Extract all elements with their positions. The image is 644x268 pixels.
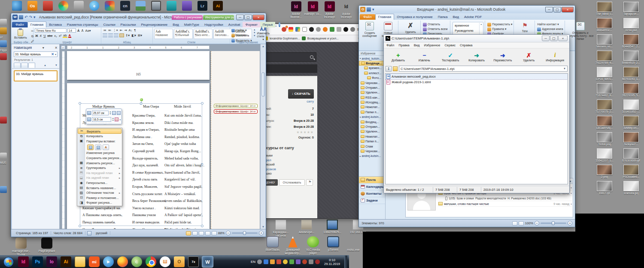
clear-search-icon[interactable]: ✕ xyxy=(50,52,55,56)
desktop-icon[interactable]: fuckyou2... xyxy=(618,132,644,146)
menu-item[interactable]: Правка xyxy=(398,43,409,47)
maximize-button[interactable]: ▢ xyxy=(553,7,561,12)
tray-icon[interactable] xyxy=(302,259,307,264)
tab-file[interactable]: Файл xyxy=(360,14,375,20)
borders-icon[interactable]: ⊞▾ xyxy=(137,33,143,37)
extension-icon[interactable] xyxy=(323,27,328,32)
desktop-icon[interactable]: The_blind_l... xyxy=(592,2,617,15)
folder-sent2[interactable]: Отправл... xyxy=(359,124,385,129)
change-case-icon[interactable]: Аа▾ xyxy=(85,29,91,33)
style-card[interactable]: АаБбВ Заголово... xyxy=(213,29,232,39)
find-button[interactable]: Найти ▾ xyxy=(231,28,263,32)
desktop-icon[interactable]: marriage.exe - Ярлык xyxy=(11,238,31,256)
menu-copy[interactable]: ⧉Копировать xyxy=(78,134,122,139)
tab-selector[interactable]: ⌐ xyxy=(61,45,65,49)
desktop-icon[interactable]: 0234.psd xyxy=(618,18,644,32)
close-button[interactable]: × xyxy=(558,36,568,41)
desktop-icon[interactable] xyxy=(0,19,7,26)
decrease-indent-icon[interactable]: ⇤ xyxy=(119,28,123,32)
menu-send-to-back[interactable]: ⬓На задний план▸ xyxy=(78,175,122,181)
desktop-icon[interactable]: 1364299625... xyxy=(323,220,342,237)
menu-item[interactable]: Файл xyxy=(386,43,394,47)
menu-format-picture[interactable]: ◨Формат рисунка... xyxy=(78,200,122,205)
extension-icon[interactable]: 1 xyxy=(282,27,286,32)
copy-size-icon[interactable] xyxy=(117,111,121,115)
menu-size-position[interactable]: ⊡Размер и положение... xyxy=(78,196,122,201)
proofing-icon[interactable] xyxy=(87,231,91,235)
taskbar-shareman-button[interactable] xyxy=(160,256,170,267)
desktop-icon[interactable]: VLC media player xyxy=(304,236,322,255)
document-page-165-bottom[interactable]: 165 xyxy=(67,51,210,80)
merge-formatting-button[interactable] xyxy=(95,145,101,150)
tab-insert[interactable]: Вставка xyxy=(46,22,64,27)
zoom-out-button[interactable]: − xyxy=(535,221,539,226)
tab-acrobat[interactable]: Acrobat xyxy=(226,22,243,27)
account-icon[interactable] xyxy=(350,27,355,32)
tab-page-layout[interactable]: Разметка страницы xyxy=(64,22,101,27)
menu-item[interactable]: Сервис xyxy=(444,43,456,47)
taskbar-7zip-button[interactable] xyxy=(188,256,199,267)
previous-result-icon[interactable]: ▲ xyxy=(44,64,46,66)
next-result-icon[interactable]: ▼ xyxy=(55,64,58,66)
desktop-icon[interactable]: 15542207_1... xyxy=(592,148,617,162)
tab-mathtype[interactable]: MathType xyxy=(182,22,202,27)
extension-icon[interactable] xyxy=(295,27,300,32)
tray-icon[interactable] xyxy=(309,259,313,264)
font-color-button[interactable]: А xyxy=(68,34,71,38)
extension-icon[interactable] xyxy=(343,27,348,32)
folder-spam[interactable]: Спам xyxy=(359,144,385,148)
move-button[interactable]: Переместить ▾ xyxy=(487,22,512,27)
qat-dropdown-icon[interactable]: ▾ xyxy=(372,7,374,12)
pane-close-icon[interactable]: ✕ xyxy=(55,46,58,50)
copy-button[interactable]: ➜Копировать xyxy=(467,52,487,62)
desktop-icon[interactable]: PlayElephant xyxy=(37,238,57,256)
internet-explorer-icon[interactable]: e xyxy=(89,1,99,11)
fullscreen-view-button[interactable] xyxy=(192,231,197,235)
folder-drafts[interactable]: Чернови... xyxy=(359,80,385,85)
color-wheel-app-icon[interactable] xyxy=(58,1,68,11)
resize-handle[interactable] xyxy=(79,225,81,227)
maximize-button[interactable]: ▢ xyxy=(244,15,252,20)
desktop-icon[interactable]: 26229395_5... xyxy=(618,83,644,97)
paste-button[interactable]: Вставить xyxy=(12,28,29,40)
desktop-icon[interactable]: Карандаш... рисунок xyxy=(271,220,290,237)
desktop-icon[interactable]: 60793153_1... xyxy=(618,67,644,81)
folder-deleted2[interactable]: Удаленн... xyxy=(359,129,385,134)
folder-search2[interactable]: Папки п... xyxy=(359,139,385,144)
brush-app-icon[interactable] xyxy=(182,1,192,11)
desktop-icon[interactable]: PSOcoated... xyxy=(618,165,644,178)
quick-step-item[interactable]: Руководителю xyxy=(454,28,482,33)
taskbar-illustrator-button[interactable] xyxy=(61,256,71,267)
tab-references[interactable]: Ссылки xyxy=(100,22,118,27)
superscript-button[interactable]: x² xyxy=(58,34,62,38)
bookmark-item[interactable]: lexandria Gophmann... xyxy=(270,37,300,40)
taskbar-media-player-button[interactable] xyxy=(103,256,114,267)
show-desktop-button[interactable] xyxy=(344,256,347,268)
outline-view-button[interactable] xyxy=(205,231,210,235)
illustrator-icon[interactable]: Ai xyxy=(213,1,223,11)
follow-button[interactable]: Отслеживать xyxy=(279,179,305,186)
draft-view-button[interactable] xyxy=(212,231,217,235)
tab-view[interactable]: Вид xyxy=(450,14,461,20)
folder-sent[interactable]: Отправл... xyxy=(359,85,385,90)
taskbar-photoshop-button[interactable] xyxy=(32,256,43,267)
parrot-app-icon[interactable] xyxy=(105,1,115,11)
desktop-icon[interactable]: 3vMMy-on... xyxy=(618,116,644,129)
shrink-font-icon[interactable]: А̌ xyxy=(81,29,84,33)
tray-icon[interactable] xyxy=(270,259,275,264)
menu-insert-caption[interactable]: ▤Вставить название... xyxy=(78,185,122,190)
folder-drafts2[interactable]: Чернови... xyxy=(359,149,385,154)
tray-cloud-icon[interactable] xyxy=(264,259,268,264)
download-button[interactable]: ↓ СКАЧАТЬ xyxy=(288,89,314,99)
desktop-icon[interactable] xyxy=(0,186,7,193)
start-button[interactable] xyxy=(3,257,14,267)
italic-button[interactable]: К xyxy=(39,34,42,38)
keep-text-only-button[interactable]: А xyxy=(103,145,109,150)
folder-junk2[interactable]: Нежелат... xyxy=(359,134,385,139)
resize-handle[interactable] xyxy=(79,102,81,105)
favorites-header[interactable]: Избранное xyxy=(359,51,385,56)
anchor-icon[interactable] xyxy=(115,117,118,121)
folder-outbox[interactable]: Исходящ... xyxy=(359,100,385,105)
menu-text-wrap[interactable]: ▨Обтекание текстом▸ xyxy=(78,190,122,196)
align-right-icon[interactable] xyxy=(114,33,118,37)
